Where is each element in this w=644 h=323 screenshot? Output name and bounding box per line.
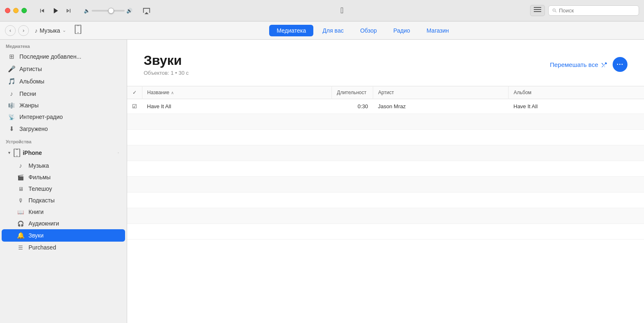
sidebar-label-genres: Жанры — [19, 102, 38, 109]
tab-foryou[interactable]: Для вас — [315, 25, 351, 36]
source-dropdown-icon: ⌄ — [62, 28, 66, 33]
col-header-artist[interactable]: Артист — [373, 86, 509, 99]
library-section-title: Медиатека — [0, 40, 127, 50]
col-name-label: Название — [147, 90, 170, 95]
music-icon: ♪ — [35, 27, 38, 34]
tab-radio[interactable]: Радио — [386, 25, 417, 36]
volume-track[interactable] — [92, 10, 125, 12]
col-header-duration[interactable]: Длительност — [332, 86, 373, 99]
iphone-tvshows-icon: 🖥 — [17, 186, 25, 192]
source-selector[interactable]: ♪ Музыка ⌄ — [35, 27, 66, 34]
sort-arrow-icon: ∧ — [171, 90, 174, 95]
tab-store[interactable]: Магазин — [419, 25, 456, 36]
volume-thumb[interactable] — [108, 8, 114, 14]
internet-radio-icon: 📡 — [7, 114, 16, 120]
sidebar-label-downloaded: Загружено — [19, 126, 48, 132]
close-button[interactable] — [5, 8, 10, 13]
tab-browse[interactable]: Обзор — [353, 25, 384, 36]
fast-forward-button[interactable] — [63, 5, 74, 16]
device-button[interactable] — [72, 24, 84, 37]
svg-rect-2 — [534, 11, 541, 12]
search-bar[interactable] — [548, 5, 639, 16]
volume-slider[interactable]: 🔈 🔊 — [84, 8, 133, 14]
track-table-wrapper: ✓ Название ∧ Длительност Артист Альбом — [127, 86, 644, 323]
albums-icon: 🎵 — [7, 78, 16, 85]
sidebar-item-iphone-movies[interactable]: 🎬 Фильмы — [2, 171, 125, 183]
play-button[interactable] — [49, 5, 62, 17]
sidebar-label-iphone-movies: Фильмы — [28, 174, 51, 180]
track-check[interactable]: ☑ — [127, 99, 142, 114]
devices-section-title: Устройства — [0, 135, 127, 146]
iphone-collapse-icon: ▼ — [7, 151, 11, 155]
traffic-lights — [5, 8, 27, 13]
sidebar-item-internet-radio[interactable]: 📡 Интернет-радио — [2, 111, 125, 123]
sidebar-item-iphone-music[interactable]: ♪ Музыка — [2, 159, 125, 171]
sidebar-item-iphone-books[interactable]: 📖 Книги — [2, 206, 125, 218]
tab-library[interactable]: Медиатека — [269, 25, 313, 36]
forward-button[interactable]: › — [18, 25, 29, 36]
artists-icon: 🎤 — [7, 65, 16, 73]
content-actions: Перемешать все ··· — [550, 57, 627, 72]
sidebar-item-iphone[interactable]: ▼ iPhone · — [2, 146, 125, 159]
col-header-check[interactable]: ✓ — [127, 86, 142, 99]
genres-icon: 🎼 — [7, 102, 16, 109]
minimize-button[interactable] — [13, 8, 19, 13]
sidebar-label-recent: Последние добавлен... — [19, 53, 81, 60]
list-view-button[interactable] — [530, 5, 545, 16]
back-button[interactable]: ‹ — [5, 25, 16, 36]
toolbar: ‹ › ♪ Музыка ⌄ Медиатека Для вас Обзор Р… — [0, 21, 644, 40]
track-album: Have It All — [509, 99, 644, 114]
iphone-podcasts-icon: 🎙 — [17, 197, 25, 204]
shuffle-icon — [600, 62, 608, 67]
sidebar-item-artists[interactable]: 🎤 Артисты — [2, 63, 125, 75]
sidebar-item-songs[interactable]: ♪ Песни — [2, 88, 125, 100]
apple-logo:  — [341, 6, 343, 15]
more-options-button[interactable]: ··· — [613, 57, 627, 72]
sidebar-item-iphone-podcasts[interactable]: 🎙 Подкасты — [2, 195, 125, 206]
iphone-dot: · — [117, 148, 119, 157]
empty-row — [127, 208, 644, 224]
songs-icon: ♪ — [7, 90, 16, 97]
tab-bar: Медиатека Для вас Обзор Радио Магазин — [87, 25, 639, 36]
empty-row — [127, 177, 644, 192]
track-table: ✓ Название ∧ Длительност Артист Альбом — [127, 86, 644, 240]
sidebar-item-iphone-tones[interactable]: 🔔 Звуки — [2, 229, 125, 242]
sidebar-label-iphone-music: Музыка — [28, 162, 49, 169]
col-header-album[interactable]: Альбом — [509, 86, 644, 99]
titlebar: 🔈 🔊  — [0, 0, 644, 21]
more-options-icon: ··· — [617, 61, 623, 68]
search-input[interactable] — [559, 7, 633, 14]
content-area: Звуки Объектов: 1 • 30 с Перемешать все … — [127, 40, 644, 323]
maximize-button[interactable] — [21, 8, 27, 13]
sidebar-item-albums[interactable]: 🎵 Альбомы — [2, 75, 125, 88]
sidebar-item-recent[interactable]: ⊞ Последние добавлен... — [2, 50, 125, 63]
rewind-button[interactable] — [37, 5, 47, 16]
airplay-button[interactable] — [139, 5, 154, 17]
sidebar-item-iphone-tvshows[interactable]: 🖥 Телешоу — [2, 183, 125, 195]
table-header-row: ✓ Название ∧ Длительност Артист Альбом — [127, 86, 644, 99]
sidebar-label-iphone-tones: Звуки — [28, 232, 44, 239]
shuffle-all-label: Перемешать все — [550, 61, 598, 68]
content-header: Звуки Объектов: 1 • 30 с Перемешать все … — [127, 40, 644, 86]
sidebar: Медиатека ⊞ Последние добавлен... 🎤 Арти… — [0, 40, 127, 323]
content-subtitle: Объектов: 1 • 30 с — [144, 70, 189, 76]
sidebar-item-iphone-purchased[interactable]: ☰ Purchased — [2, 242, 125, 253]
sidebar-label-songs: Песни — [19, 90, 36, 97]
table-row[interactable]: ☑ Have It All 0:30 Jason Mraz Have It Al… — [127, 99, 644, 114]
svg-point-8 — [17, 155, 17, 156]
empty-row — [127, 224, 644, 240]
iphone-books-icon: 📖 — [17, 209, 25, 215]
sidebar-item-downloaded[interactable]: ⬇ Загружено — [2, 123, 125, 135]
svg-rect-7 — [16, 149, 18, 150]
track-duration: 0:30 — [332, 99, 373, 114]
iphone-audiobooks-icon: 🎧 — [17, 221, 25, 227]
empty-row — [127, 145, 644, 161]
iphone-tones-icon: 🔔 — [17, 232, 25, 239]
empty-row — [127, 192, 644, 208]
sidebar-item-iphone-audiobooks[interactable]: 🎧 Аудиокниги — [2, 218, 125, 229]
col-header-name[interactable]: Название ∧ — [142, 86, 332, 99]
titlebar-right — [530, 5, 639, 16]
shuffle-all-button[interactable]: Перемешать все — [550, 61, 608, 68]
sidebar-item-genres[interactable]: 🎼 Жанры — [2, 100, 125, 111]
sidebar-label-iphone-purchased: Purchased — [28, 244, 56, 251]
